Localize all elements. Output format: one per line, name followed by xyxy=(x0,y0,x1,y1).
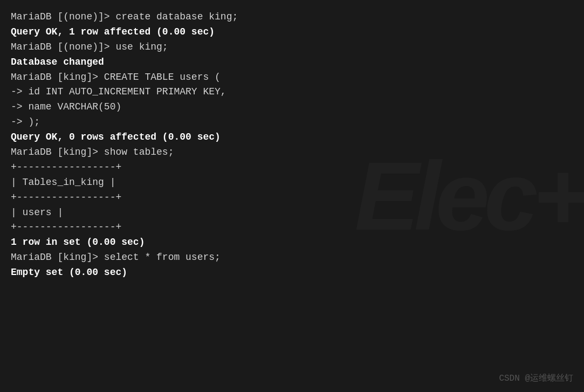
terminal-line: MariaDB [king]> CREATE TABLE users ( xyxy=(11,70,573,85)
terminal-line: +-----------------+ xyxy=(11,160,573,175)
terminal-line: Database changed xyxy=(11,55,573,70)
terminal-line: 1 row in set (0.00 sec) xyxy=(11,235,573,250)
terminal-line: MariaDB [(none)]> create database king; xyxy=(11,10,573,25)
terminal-line: MariaDB [king]> select * from users; xyxy=(11,250,573,265)
terminal-line: MariaDB [(none)]> use king; xyxy=(11,40,573,55)
terminal-line: -> ); xyxy=(11,115,573,130)
terminal-line: MariaDB [king]> show tables; xyxy=(11,145,573,160)
terminal-window: Elec+ MariaDB [(none)]> create database … xyxy=(0,0,584,392)
terminal-line: Query OK, 0 rows affected (0.00 sec) xyxy=(11,130,573,145)
terminal-line: Empty set (0.00 sec) xyxy=(11,265,573,280)
terminal-line: -> name VARCHAR(50) xyxy=(11,100,573,115)
terminal-line: +-----------------+ xyxy=(11,220,573,235)
terminal-content: MariaDB [(none)]> create database king;Q… xyxy=(11,10,573,280)
csdn-watermark: CSDN @运维螺丝钉 xyxy=(499,372,573,386)
terminal-line: | users | xyxy=(11,205,573,221)
terminal-line: +-----------------+ xyxy=(11,190,573,205)
terminal-line: -> id INT AUTO_INCREMENT PRIMARY KEY, xyxy=(11,85,573,100)
terminal-line: | Tables_in_king | xyxy=(11,175,573,190)
terminal-line: Query OK, 1 row affected (0.00 sec) xyxy=(11,25,573,40)
